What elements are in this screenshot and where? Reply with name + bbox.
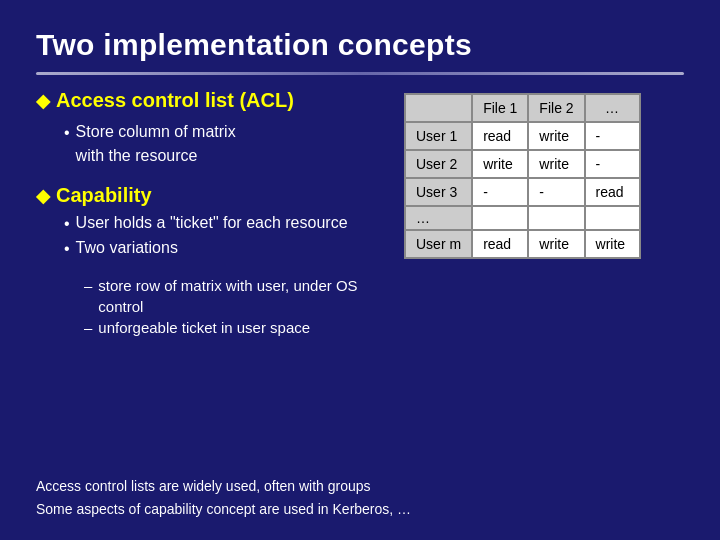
table-row: User 3 - - read — [405, 178, 640, 206]
acl-bullet-1: Store column of matrixwith the resource — [64, 120, 384, 168]
sub-bullet-1: store row of matrix with user, under OS … — [84, 275, 384, 317]
table-header-file1: File 1 — [472, 94, 528, 122]
capability-section: ◆ Capability User holds a "ticket" for e… — [36, 184, 384, 261]
capability-bullet-2: Two variations — [64, 236, 384, 261]
table-cell-user1-file1: read — [472, 122, 528, 150]
diamond-icon-capability: ◆ — [36, 185, 50, 207]
table-header-ellipsis: … — [585, 94, 640, 122]
acl-table-container: File 1 File 2 … User 1 read write - User… — [404, 93, 684, 259]
capability-section-header: ◆ Capability — [36, 184, 384, 207]
capability-bullet-1-text: User holds a "ticket" for each resource — [76, 211, 348, 235]
footer-line-2: Some aspects of capability concept are u… — [36, 498, 684, 520]
table-cell-userm-label: User m — [405, 230, 472, 258]
table-cell-user3-label: User 3 — [405, 178, 472, 206]
footer-text: Access control lists are widely used, of… — [36, 475, 684, 520]
table-cell-ellipsis-3 — [585, 206, 640, 230]
slide-title: Two implementation concepts — [36, 28, 684, 62]
table-cell-user1-label: User 1 — [405, 122, 472, 150]
table-header-file2: File 2 — [528, 94, 584, 122]
sub-bullet-2: unforgeable ticket in user space — [84, 317, 384, 338]
sub-bullet-2-text: unforgeable ticket in user space — [98, 317, 310, 338]
bottom-bullets: store row of matrix with user, under OS … — [36, 275, 384, 338]
acl-section-header: ◆ Access control list (ACL) — [36, 89, 384, 112]
table-header-empty — [405, 94, 472, 122]
table-ellipsis-row: … — [405, 206, 640, 230]
sub-bullet-1-text: store row of matrix with user, under OS … — [98, 275, 384, 317]
table-cell-ellipsis-1 — [472, 206, 528, 230]
table-cell-userm-file1: read — [472, 230, 528, 258]
table-cell-user1-file2: write — [528, 122, 584, 150]
table-cell-userm-etc: write — [585, 230, 640, 258]
footer-line-1: Access control lists are widely used, of… — [36, 475, 684, 497]
capability-label: Capability — [56, 184, 152, 207]
table-row: User m read write write — [405, 230, 640, 258]
table-cell-user1-etc: - — [585, 122, 640, 150]
left-content: ◆ Access control list (ACL) Store column… — [36, 89, 384, 338]
table-cell-user2-etc: - — [585, 150, 640, 178]
capability-bullet-1: User holds a "ticket" for each resource — [64, 211, 384, 236]
table-cell-user2-label: User 2 — [405, 150, 472, 178]
table-row: User 1 read write - — [405, 122, 640, 150]
table-cell-user3-file2: - — [528, 178, 584, 206]
table-header-row: File 1 File 2 … — [405, 94, 640, 122]
capability-sub-bullets: User holds a "ticket" for each resource … — [36, 211, 384, 261]
content-area: ◆ Access control list (ACL) Store column… — [36, 89, 684, 461]
table-cell-userm-file2: write — [528, 230, 584, 258]
slide: Two implementation concepts ◆ Access con… — [0, 0, 720, 540]
table-cell-user2-file2: write — [528, 150, 584, 178]
table-cell-user2-file1: write — [472, 150, 528, 178]
table-cell-ellipsis-label: … — [405, 206, 472, 230]
table-row: User 2 write write - — [405, 150, 640, 178]
table-cell-user3-etc: read — [585, 178, 640, 206]
table-cell-user3-file1: - — [472, 178, 528, 206]
capability-bullet-2-text: Two variations — [76, 236, 178, 260]
acl-bullet-1-text: Store column of matrixwith the resource — [76, 120, 236, 168]
table-cell-ellipsis-2 — [528, 206, 584, 230]
divider — [36, 72, 684, 75]
acl-label: Access control list (ACL) — [56, 89, 294, 112]
diamond-icon-acl: ◆ — [36, 90, 50, 112]
acl-table: File 1 File 2 … User 1 read write - User… — [404, 93, 641, 259]
